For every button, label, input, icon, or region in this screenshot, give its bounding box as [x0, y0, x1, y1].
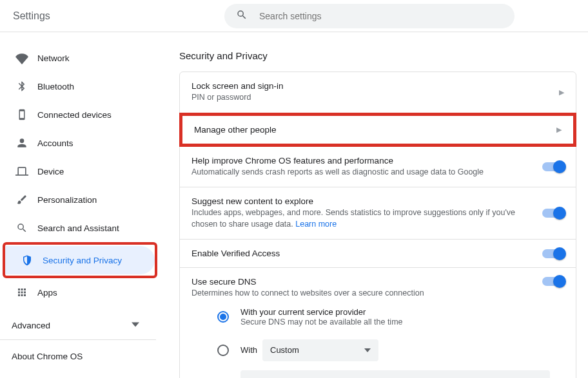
row-title: Enable Verified Access [191, 249, 534, 258]
radio-selected-icon[interactable] [217, 311, 229, 323]
search-box[interactable] [224, 4, 514, 28]
row-secure-dns: Use secure DNS Determines how to connect… [180, 268, 576, 378]
bluetooth-icon [14, 80, 30, 92]
search-input[interactable] [259, 11, 503, 21]
row-suggest-content: Suggest new content to explore Includes … [180, 187, 576, 240]
shield-icon [19, 254, 35, 266]
sidebar: Network Bluetooth Connected devices Acco… [0, 32, 161, 378]
toggle-verified-access[interactable] [542, 249, 564, 258]
row-manage-people[interactable]: Manage other people ▶ [179, 113, 576, 147]
dns-custom-input[interactable] [240, 370, 550, 379]
row-subtitle: Automatically sends crash reports as wel… [191, 167, 534, 178]
row-verified-access: Enable Verified Access [180, 240, 576, 268]
person-icon [14, 137, 30, 149]
dns-option-current[interactable]: With your current service provider Secur… [191, 299, 564, 329]
row-help-improve: Help improve Chrome OS features and perf… [180, 147, 576, 188]
chevron-right-icon: ▶ [551, 88, 564, 97]
dns-custom-input-wrap [240, 370, 564, 379]
sidebar-item-label: Personalization [37, 195, 97, 205]
phone-icon [14, 109, 30, 120]
radio-sublabel: Secure DNS may not be available all the … [240, 317, 403, 326]
row-subtitle: PIN or password [191, 92, 551, 104]
sidebar-item-personalization[interactable]: Personalization [0, 185, 161, 214]
settings-card: Lock screen and sign-in PIN or password … [179, 71, 576, 378]
sidebar-item-label: Connected devices [37, 110, 112, 120]
sidebar-item-security[interactable]: Security and Privacy [5, 246, 155, 274]
chevron-down-icon [364, 347, 371, 354]
sidebar-item-bluetooth[interactable]: Bluetooth [0, 72, 161, 100]
sidebar-item-accounts[interactable]: Accounts [0, 129, 161, 157]
apps-icon [14, 287, 30, 298]
radio-unselected-icon[interactable] [217, 345, 229, 356]
header: Settings [0, 0, 588, 32]
row-lock-screen[interactable]: Lock screen and sign-in PIN or password … [180, 72, 576, 113]
sidebar-item-network[interactable]: Network [0, 44, 161, 72]
sidebar-item-label: Network [37, 53, 70, 63]
radio-label: With [240, 345, 257, 355]
row-title: Manage other people [194, 125, 549, 135]
sidebar-item-device[interactable]: Device [0, 157, 161, 185]
sidebar-item-apps[interactable]: Apps [0, 278, 161, 307]
advanced-toggle[interactable]: Advanced [0, 312, 156, 340]
sidebar-item-connected[interactable]: Connected devices [0, 100, 161, 129]
search-icon [236, 9, 248, 23]
search-icon [14, 222, 30, 234]
section-title: Security and Privacy [179, 50, 576, 61]
row-title: Use secure DNS [191, 277, 534, 287]
dns-option-custom[interactable]: With Custom [191, 329, 564, 364]
row-title: Help improve Chrome OS features and perf… [191, 156, 534, 165]
row-title: Lock screen and sign-in [191, 81, 551, 91]
sidebar-item-label: Search and Assistant [37, 223, 119, 233]
dns-provider-select[interactable]: Custom [262, 339, 378, 361]
row-title: Suggest new content to explore [191, 196, 534, 206]
sidebar-item-label: Bluetooth [37, 82, 74, 91]
sidebar-item-search[interactable]: Search and Assistant [0, 214, 161, 242]
brush-icon [14, 194, 30, 205]
main-content: Security and Privacy Lock screen and sig… [161, 32, 588, 378]
laptop-icon [14, 165, 30, 178]
about-label: About Chrome OS [12, 352, 83, 361]
radio-label: With your current service provider [240, 307, 403, 317]
advanced-label: Advanced [12, 321, 50, 330]
wifi-icon [14, 52, 30, 64]
sidebar-item-label: Security and Privacy [43, 256, 122, 265]
toggle-help-improve[interactable] [542, 162, 564, 171]
page-title: Settings [13, 10, 224, 22]
toggle-secure-dns[interactable] [542, 277, 564, 286]
select-value: Custom [270, 345, 299, 355]
about-link[interactable]: About Chrome OS [0, 340, 161, 361]
sidebar-item-label: Device [37, 167, 64, 176]
sidebar-highlight: Security and Privacy [3, 242, 157, 278]
learn-more-link[interactable]: Learn more [295, 220, 337, 229]
chevron-right-icon: ▶ [549, 126, 562, 134]
sidebar-item-label: Apps [37, 288, 57, 298]
sidebar-item-label: Accounts [37, 138, 74, 148]
row-subtitle: Determines how to connect to websites ov… [191, 288, 534, 299]
chevron-down-icon [132, 321, 139, 330]
toggle-suggest-content[interactable] [542, 209, 564, 218]
row-subtitle: Includes apps, webpages, and more. Sends… [191, 207, 534, 230]
